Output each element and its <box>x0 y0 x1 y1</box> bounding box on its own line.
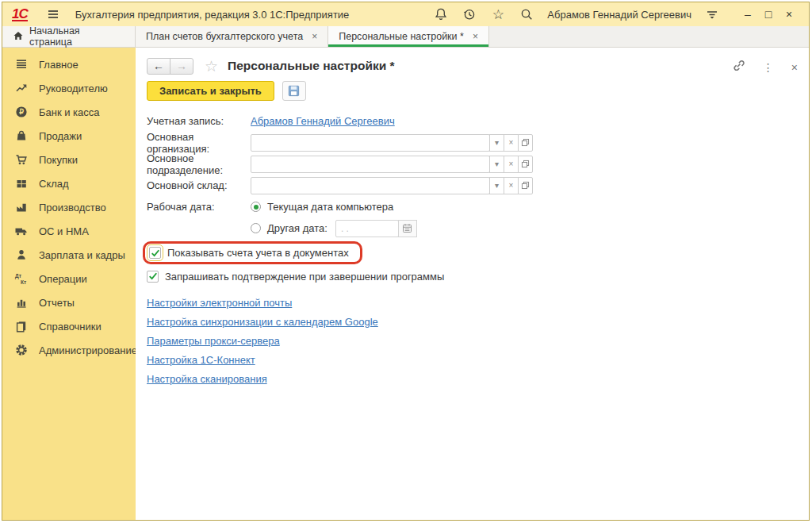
ruble-circle-icon: ₽ <box>14 106 29 118</box>
shopping-cart-icon <box>14 153 29 166</box>
warehouse-row: Основной склад: ▾ × <box>147 175 798 196</box>
account-label: Учетная запись: <box>147 115 251 127</box>
dropdown-arrow-icon[interactable]: ▾ <box>489 156 504 173</box>
close-form-icon[interactable]: × <box>791 61 798 74</box>
work-date-row: Рабочая дата: Текущая дата компьютера <box>147 196 798 217</box>
sidebar-item-purchases[interactable]: Покупки <box>2 148 136 171</box>
maximize-button[interactable]: □ <box>758 8 779 21</box>
sidebar-item-main[interactable]: Главное <box>2 52 136 76</box>
service-menu-icon[interactable] <box>705 7 719 21</box>
tab-close-icon[interactable]: × <box>312 31 317 42</box>
sidebar-item-administration[interactable]: Администрирование <box>2 338 136 362</box>
department-label: Основное подразделение: <box>147 152 251 176</box>
tab-home[interactable]: Начальная страница <box>2 26 136 47</box>
tab-label: Начальная страница <box>29 25 124 48</box>
nav-forward-button[interactable]: → <box>170 58 193 75</box>
tab-label: План счетов бухгалтерского учета <box>146 31 303 42</box>
section-sidebar: Главное Руководителю ₽ Банк и касса Прод… <box>2 48 136 520</box>
nav-back-button[interactable]: ← <box>147 58 170 75</box>
get-link-icon[interactable] <box>732 59 745 75</box>
account-row: Учетная запись: Абрамов Геннадий Сергеев… <box>147 110 798 132</box>
open-choice-icon[interactable] <box>518 134 533 152</box>
svg-text:Кт: Кт <box>21 279 26 285</box>
account-user-link[interactable]: Абрамов Геннадий Сергеевич <box>251 115 395 127</box>
work-date-label: Рабочая дата: <box>147 201 251 213</box>
save-button[interactable] <box>282 81 306 101</box>
proxy-server-link[interactable]: Параметры прокси-сервера <box>147 332 280 351</box>
current-user[interactable]: Абрамов Геннадий Сергеевич <box>547 9 691 21</box>
email-settings-link[interactable]: Настройки электронной почты <box>147 294 292 313</box>
trend-chart-icon <box>14 82 29 94</box>
dropdown-arrow-icon[interactable]: ▾ <box>489 177 504 194</box>
open-choice-icon[interactable] <box>518 156 533 173</box>
personal-settings-panel: ← → ☆ Персональные настройки * ⋮ × Запис… <box>136 48 809 520</box>
sidebar-item-label: Продажи <box>39 130 82 142</box>
books-icon <box>14 320 29 333</box>
checkbox-confirm-exit[interactable] <box>147 271 159 283</box>
1c-logo-icon: 1С <box>12 8 28 21</box>
favorite-star-icon[interactable]: ☆ <box>205 57 218 75</box>
other-date-input[interactable] <box>335 220 399 237</box>
sidebar-item-manager[interactable]: Руководителю <box>2 76 136 100</box>
favorites-star-icon[interactable]: ☆ <box>491 7 505 21</box>
sidebar-item-label: Зарплата и кадры <box>39 249 125 261</box>
open-choice-icon[interactable] <box>518 177 533 194</box>
app-window: 1С Бухгалтерия предприятия, редакция 3.0… <box>2 2 810 521</box>
department-row: Основное подразделение: ▾ × <box>147 153 798 175</box>
title-bar: 1С Бухгалтерия предприятия, редакция 3.0… <box>2 2 809 26</box>
history-icon[interactable] <box>462 7 477 21</box>
dropdown-arrow-icon[interactable]: ▾ <box>489 134 504 152</box>
warehouse-input[interactable] <box>251 177 490 194</box>
sidebar-item-production[interactable]: Производство <box>2 195 136 219</box>
search-icon[interactable] <box>519 7 534 21</box>
tab-personal-settings[interactable]: Персональные настройки * × <box>328 26 489 47</box>
clear-field-icon[interactable]: × <box>504 177 519 194</box>
sidebar-item-warehouse[interactable]: Склад <box>2 171 136 195</box>
sidebar-item-label: Главное <box>39 59 79 71</box>
more-menu-icon[interactable]: ⋮ <box>763 61 774 74</box>
svg-text:₽: ₽ <box>19 108 24 116</box>
warehouse-label: Основной склад: <box>147 179 251 191</box>
scanning-settings-link[interactable]: Настройка сканирования <box>147 370 267 389</box>
sidebar-item-bank-cash[interactable]: ₽ Банк и касса <box>2 100 136 124</box>
organization-row: Основная организация: ▾ × <box>147 132 798 153</box>
clear-field-icon[interactable]: × <box>504 156 519 173</box>
sidebar-item-label: Справочники <box>39 321 102 333</box>
google-calendar-sync-link[interactable]: Настройка синхронизации с календарем Goo… <box>147 313 378 332</box>
debit-credit-icon: ДтКт <box>14 272 29 285</box>
sidebar-item-label: Операции <box>39 273 87 285</box>
notifications-bell-icon[interactable] <box>434 7 448 21</box>
sidebar-item-payroll-hr[interactable]: Зарплата и кадры <box>2 243 136 267</box>
shopping-bag-icon <box>14 129 29 142</box>
department-input[interactable] <box>251 156 490 173</box>
tab-bar: Начальная страница План счетов бухгалтер… <box>2 26 809 48</box>
organization-input[interactable] <box>251 134 490 152</box>
checkbox-show-accounts-label: Показывать счета учета в документах <box>167 247 349 259</box>
sidebar-item-directories[interactable]: Справочники <box>2 314 136 338</box>
tab-close-icon[interactable]: × <box>473 31 478 42</box>
home-icon <box>13 30 24 44</box>
radio-current-date[interactable] <box>251 202 261 212</box>
radio-current-date-label: Текущая дата компьютера <box>267 201 393 213</box>
sidebar-item-sales[interactable]: Продажи <box>2 124 136 148</box>
checkbox-show-accounts[interactable] <box>149 247 161 259</box>
save-and-close-button[interactable]: Записать и закрыть <box>147 81 274 101</box>
minimize-button[interactable]: – <box>737 8 758 21</box>
calendar-icon[interactable] <box>398 220 417 237</box>
close-window-button[interactable]: × <box>779 8 799 21</box>
1c-connect-link[interactable]: Настройка 1С-Коннект <box>147 351 255 370</box>
checkbox-confirm-exit-label: Запрашивать подтверждение при завершении… <box>165 271 444 283</box>
radio-other-date-label: Другая дата: <box>267 222 327 234</box>
sidebar-item-fixed-assets[interactable]: ОС и НМА <box>2 219 136 243</box>
gear-icon <box>14 344 29 356</box>
settings-links: Настройки электронной почты Настройка си… <box>147 294 798 389</box>
radio-other-date[interactable] <box>251 223 261 233</box>
sidebar-item-operations[interactable]: ДтКт Операции <box>2 267 136 290</box>
tab-chart-of-accounts[interactable]: План счетов бухгалтерского учета × <box>136 26 328 47</box>
organization-label: Основная организация: <box>147 131 251 155</box>
confirm-exit-row: Запрашивать подтверждение при завершении… <box>147 266 798 287</box>
clear-field-icon[interactable]: × <box>504 134 519 152</box>
sidebar-item-reports[interactable]: Отчеты <box>2 290 136 314</box>
truck-icon <box>14 225 29 237</box>
main-menu-icon[interactable] <box>46 7 60 21</box>
